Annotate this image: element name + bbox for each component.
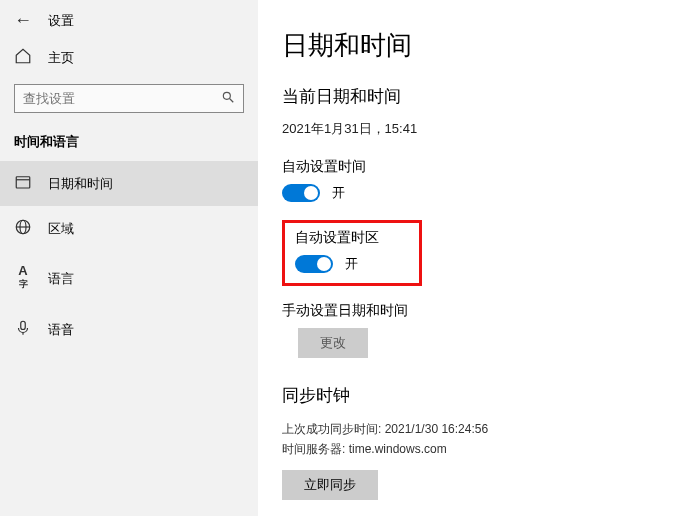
sync-info: 上次成功同步时间: 2021/1/30 16:24:56 时间服务器: time…: [282, 419, 682, 460]
svg-rect-7: [21, 322, 26, 330]
header-row: ← 设置: [0, 0, 258, 39]
main-content: 日期和时间 当前日期和时间 2021年1月31日，15:41 自动设置时间 开 …: [282, 0, 682, 516]
clock-icon: [14, 173, 32, 194]
sync-now-button[interactable]: 立即同步: [282, 470, 378, 500]
app-title: 设置: [48, 12, 74, 30]
nav-item-label: 语音: [48, 321, 74, 339]
svg-rect-2: [16, 177, 30, 188]
auto-time-label: 自动设置时间: [282, 158, 682, 176]
svg-point-0: [223, 92, 230, 99]
nav-item-label: 语言: [48, 270, 74, 288]
sync-heading: 同步时钟: [282, 384, 682, 407]
current-datetime-value: 2021年1月31日，15:41: [282, 120, 682, 138]
last-sync-time: 上次成功同步时间: 2021/1/30 16:24:56: [282, 419, 682, 439]
auto-timezone-highlight: 自动设置时区 开: [282, 220, 422, 286]
nav-item-speech[interactable]: 语音: [0, 307, 258, 352]
auto-time-state: 开: [332, 184, 345, 202]
nav-item-label: 日期和时间: [48, 175, 113, 193]
time-server: 时间服务器: time.windows.com: [282, 439, 682, 459]
nav-item-language[interactable]: A字 语言: [0, 251, 258, 307]
search-input[interactable]: [23, 91, 221, 106]
manual-datetime-label: 手动设置日期和时间: [282, 302, 682, 320]
page-title: 日期和时间: [282, 28, 682, 63]
nav-item-label: 区域: [48, 220, 74, 238]
search-box[interactable]: [14, 84, 244, 113]
auto-tz-label: 自动设置时区: [295, 229, 409, 247]
auto-time-toggle[interactable]: [282, 184, 320, 202]
language-icon: A字: [14, 263, 32, 295]
nav-item-datetime[interactable]: 日期和时间: [0, 161, 258, 206]
current-datetime-heading: 当前日期和时间: [282, 85, 682, 108]
category-label: 时间和语言: [0, 127, 258, 161]
search-icon: [221, 90, 235, 107]
nav-item-region[interactable]: 区域: [0, 206, 258, 251]
change-button[interactable]: 更改: [298, 328, 368, 358]
home-label: 主页: [48, 49, 74, 67]
auto-time-setting: 自动设置时间 开: [282, 158, 682, 202]
microphone-icon: [14, 319, 32, 340]
nav-home[interactable]: 主页: [0, 39, 258, 76]
home-icon: [14, 47, 32, 68]
auto-tz-state: 开: [345, 255, 358, 273]
sidebar: ← 设置 主页 时间和语言 日期和时间: [0, 0, 258, 516]
auto-tz-toggle[interactable]: [295, 255, 333, 273]
manual-datetime-setting: 手动设置日期和时间 更改: [282, 302, 682, 358]
back-arrow-icon[interactable]: ←: [14, 10, 32, 31]
globe-icon: [14, 218, 32, 239]
svg-line-1: [230, 99, 234, 103]
